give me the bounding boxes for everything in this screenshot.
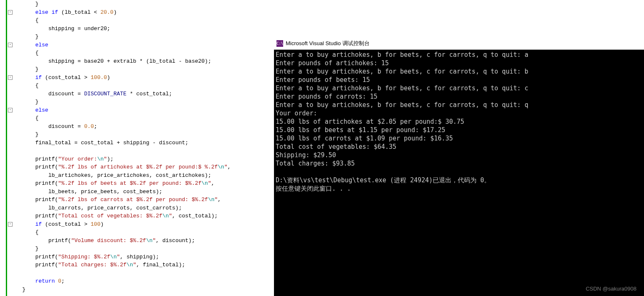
vs-console-icon: C:\	[276, 40, 283, 47]
code-line[interactable]: {	[9, 49, 274, 57]
code-line[interactable]: printf("Your order:\n");	[9, 155, 274, 163]
code-line[interactable]: }	[9, 286, 274, 294]
code-line[interactable]: }	[9, 98, 274, 106]
code-line[interactable]: printf("%.2f lbs of artichokes at $%.2f …	[9, 163, 274, 171]
code-line[interactable]: final_total = cost_total + shipping - di…	[9, 139, 274, 147]
code-line[interactable]: else	[9, 106, 274, 115]
console-line: Total cost of vegetables: $64.35	[276, 143, 642, 151]
console-line: 15.00 lbs of artichokes at $2.05 per pou…	[276, 117, 642, 126]
console-line	[276, 168, 642, 176]
app-root: ----- } else if (lb_total < 20.0) { ship…	[0, 0, 644, 296]
console-titlebar[interactable]: C:\ Microsoft Visual Studio 调试控制台	[274, 38, 644, 50]
code-line[interactable]: if (cost_total > 100)	[9, 220, 274, 229]
console-line: Enter a to buy artichokes, b for beets, …	[276, 101, 642, 109]
code-line[interactable]: printf("%.2f lbs of beets at $%.2f per p…	[9, 179, 274, 188]
debug-console-window: C:\ Microsoft Visual Studio 调试控制台 Enter …	[274, 38, 644, 296]
console-line: Enter pounds of carrots: 15	[276, 92, 642, 101]
code-line[interactable]: lb_artichokes, price_artichokes, cost_ar…	[9, 171, 274, 180]
code-line[interactable]: {	[9, 82, 274, 90]
code-line[interactable]: {	[9, 228, 274, 237]
code-line[interactable]: printf("Volume discount: $%.2f\n", disco…	[9, 237, 274, 245]
code-line[interactable]: discount = DISCOUNT_RATE * cost_total;	[9, 90, 274, 98]
code-line[interactable]: {	[9, 114, 274, 122]
code-line[interactable]: lb_beets, price_beets, cost_beets);	[9, 188, 274, 196]
code-line[interactable]: printf("%.2f lbs of carrots at $%.2f per…	[9, 196, 274, 204]
modified-indicator-bar	[6, 0, 7, 296]
code-line[interactable]: lb_carrots, price_carrots, cost_carrots)…	[9, 204, 274, 212]
console-line: Enter a to buy artichokes, b for beets, …	[276, 51, 642, 59]
console-line: 15.00 lbs of carrots at $1.09 per pound:…	[276, 134, 642, 143]
code-line[interactable]: printf("Total cost of vegetables: $%.2f\…	[9, 212, 274, 220]
console-line: Your order:	[276, 109, 642, 117]
code-editor-pane[interactable]: ----- } else if (lb_total < 20.0) { ship…	[0, 0, 274, 296]
console-line: Enter a to buy artichokes, b for beets, …	[276, 67, 642, 76]
code-line[interactable]: shipping = under20;	[9, 25, 274, 33]
code-line[interactable]: return 0;	[9, 277, 274, 286]
console-line: Total charges: $93.85	[276, 159, 642, 168]
console-line: Shipping: $29.50	[276, 151, 642, 159]
code-line[interactable]: }	[9, 245, 274, 253]
code-line[interactable]: }	[9, 33, 274, 41]
console-title-text: Microsoft Visual Studio 调试控制台	[286, 40, 370, 47]
code-line[interactable]	[9, 269, 274, 278]
code-line[interactable]: printf("Total charges: $%.2f\n", final_t…	[9, 261, 274, 269]
code-line[interactable]: printf("Shipping: $%.2f\n", shipping);	[9, 253, 274, 261]
code-line[interactable]: }	[9, 65, 274, 74]
code-line[interactable]: }	[9, 0, 274, 8]
watermark-text: CSDN @sakura0908	[586, 286, 636, 292]
console-line: Enter pounds of beets: 15	[276, 76, 642, 84]
code-line[interactable]: else if (lb_total < 20.0)	[9, 8, 274, 17]
code-line[interactable]: shipping = base20 + extralb * (lb_total …	[9, 57, 274, 66]
console-line: Enter a to buy artichokes, b for beets, …	[276, 84, 642, 92]
console-line: Enter pounds of artichokes: 15	[276, 59, 642, 67]
console-output[interactable]: Enter a to buy artichokes, b for beets, …	[274, 50, 644, 296]
code-line[interactable]: else	[9, 41, 274, 49]
code-line[interactable]: discount = 0.0;	[9, 122, 274, 131]
code-line[interactable]: if (cost_total > 100.0)	[9, 74, 274, 82]
code-content[interactable]: } else if (lb_total < 20.0) { shipping =…	[9, 0, 274, 293]
console-line: 15.00 lbs of beets at $1.15 per pound: $…	[276, 126, 642, 134]
code-line[interactable]: {	[9, 16, 274, 25]
editor-gutter	[0, 0, 6, 296]
code-line[interactable]	[9, 147, 274, 155]
console-line: D:\资料\vs\test\Debug\test.exe (进程 24924)已…	[276, 176, 642, 184]
code-line[interactable]: }	[9, 130, 274, 139]
console-line: 按任意键关闭此窗口. . .	[276, 184, 642, 193]
